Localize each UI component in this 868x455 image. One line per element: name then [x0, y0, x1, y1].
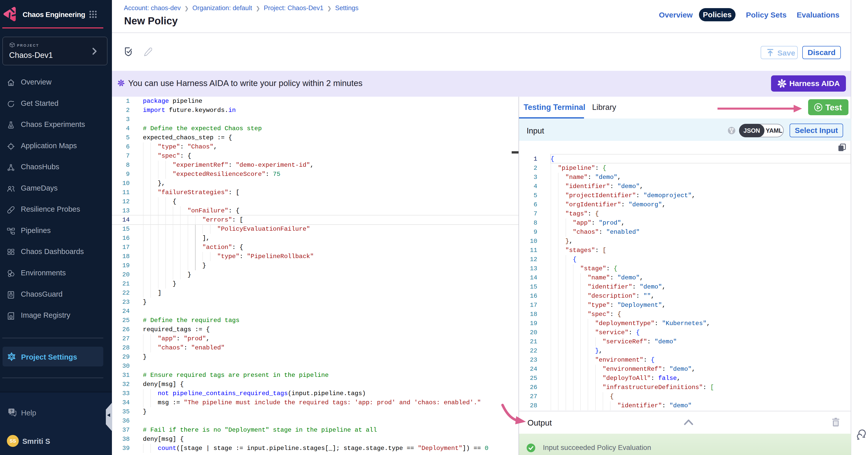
svg-text:?: ? [10, 409, 12, 413]
